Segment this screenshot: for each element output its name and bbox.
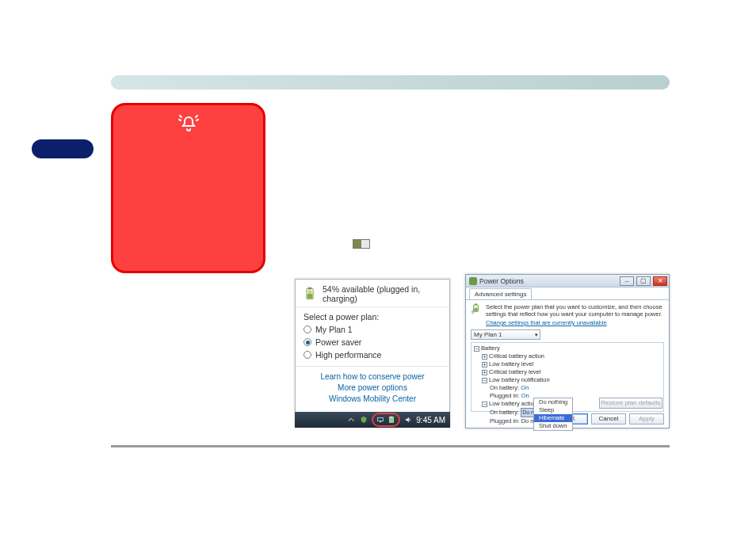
inline-tray-icons: [353, 239, 370, 249]
svg-rect-9: [390, 417, 394, 423]
tray-arrow-icon[interactable]: [346, 415, 356, 424]
radio-icon: [304, 326, 311, 333]
plan-option-myplan1[interactable]: My Plan 1: [304, 325, 441, 334]
tree-la-plugged-label: Plugged in:: [490, 417, 520, 424]
circled-tray-group: [372, 413, 400, 427]
link-more-power-options[interactable]: More power options: [296, 383, 449, 394]
tree-low-action: Low battery action: [489, 400, 537, 407]
power-options-icon: [469, 277, 477, 285]
dialog-titlebar: Power Options – ▢ ✕: [466, 275, 669, 287]
battery-plug-icon: [471, 303, 482, 314]
opt-hibernate[interactable]: Hibernate: [534, 414, 572, 422]
tree-low-level: Low battery level: [489, 360, 533, 367]
close-button[interactable]: ✕: [653, 276, 667, 286]
select-plan-label: Select a power plan:: [304, 312, 441, 322]
power-options-dialog: Power Options – ▢ ✕ Advanced settings Se…: [465, 274, 670, 428]
tree-plugged-val[interactable]: On: [521, 392, 529, 399]
tray-volume-icon[interactable]: [403, 415, 413, 424]
change-settings-link[interactable]: Change settings that are currently unava…: [486, 319, 664, 326]
dialog-title: Power Options: [479, 277, 617, 285]
svg-line-1: [196, 116, 197, 117]
svg-line-2: [179, 120, 181, 120]
action-dropdown-menu: Do nothing Sleep Hibernate Shut down: [533, 398, 573, 431]
battery-charging-icon: [302, 286, 318, 302]
apply-button[interactable]: Apply: [629, 413, 664, 424]
svg-rect-5: [308, 287, 312, 290]
tree-critical-action: Critical battery action: [489, 352, 544, 360]
plan-label: Power saver: [315, 337, 361, 347]
svg-rect-6: [307, 294, 313, 299]
opt-do-nothing[interactable]: Do nothing: [534, 398, 572, 406]
side-tab: [32, 139, 94, 158]
battery-flyout-header: 54% available (plugged in, charging): [296, 280, 449, 307]
opt-sleep[interactable]: Sleep: [534, 406, 572, 414]
warning-callout: [111, 103, 265, 273]
battery-flyout: 54% available (plugged in, charging) Sel…: [295, 279, 450, 428]
tray-battery-icon[interactable]: [387, 415, 396, 424]
radio-selected-icon: [304, 338, 311, 346]
footer-divider: [111, 445, 670, 447]
tree-la-onbatt-label: On battery:: [490, 409, 519, 416]
taskbar: 9:45 AM: [295, 412, 450, 428]
plan-select-combo[interactable]: My Plan 1: [471, 329, 540, 340]
svg-line-0: [180, 116, 181, 117]
restore-row: Restore plan defaults: [599, 398, 662, 409]
tree-critical-level: Critical battery level: [489, 368, 540, 375]
tree-low-notification: Low battery notification: [489, 376, 550, 383]
flyout-links: Learn how to conserve power More power o…: [296, 366, 449, 408]
alarm-bell-icon: [178, 115, 200, 134]
tree-onbatt-label: On battery:: [490, 384, 519, 391]
restore-defaults-button[interactable]: Restore plan defaults: [599, 398, 662, 409]
section-header-bar: [111, 75, 670, 89]
opt-shut-down[interactable]: Shut down: [534, 422, 572, 430]
plan-option-powersaver[interactable]: Power saver: [304, 337, 441, 347]
plan-label: My Plan 1: [315, 325, 353, 334]
battery-status-text: 54% available (plugged in, charging): [323, 284, 443, 303]
tab-content: Select the power plan that you want to c…: [466, 300, 669, 412]
tab-strip: Advanced settings: [466, 287, 669, 300]
svg-rect-13: [474, 308, 477, 311]
tray-shield-icon[interactable]: [359, 415, 368, 424]
cancel-button[interactable]: Cancel: [591, 413, 626, 424]
radio-icon: [304, 351, 311, 359]
svg-rect-10: [391, 417, 393, 417]
plan-option-highperf[interactable]: High performance: [304, 350, 441, 360]
tree-onbatt-val[interactable]: On: [521, 384, 529, 391]
taskbar-clock[interactable]: 9:45 AM: [416, 416, 445, 424]
plan-label: High performance: [315, 350, 381, 360]
svg-rect-8: [380, 421, 381, 423]
tree-plugged-label: Plugged in:: [490, 392, 520, 399]
maximize-button[interactable]: ▢: [636, 276, 651, 286]
svg-line-3: [197, 120, 198, 120]
svg-rect-7: [378, 418, 384, 421]
tab-advanced-settings[interactable]: Advanced settings: [469, 288, 532, 299]
link-conserve-power[interactable]: Learn how to conserve power: [296, 371, 449, 383]
tray-network-icon[interactable]: [376, 415, 385, 424]
tree-battery: Battery: [481, 345, 500, 352]
minimize-button[interactable]: –: [620, 276, 634, 286]
svg-rect-12: [475, 303, 477, 305]
link-mobility-center[interactable]: Windows Mobility Center: [296, 394, 449, 405]
dialog-description: Select the power plan that you want to c…: [486, 303, 664, 318]
